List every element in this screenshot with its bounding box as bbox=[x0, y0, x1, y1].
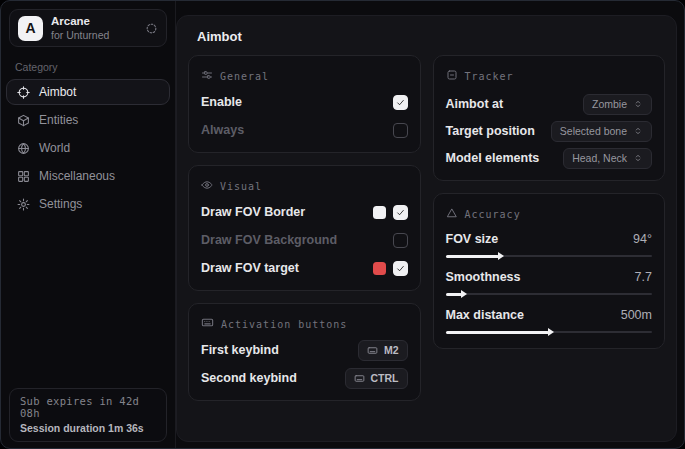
visual-card: Visual Draw FOV Border Draw FOV Backgrou… bbox=[188, 165, 421, 291]
slider-track bbox=[446, 293, 653, 295]
category-label: Category bbox=[15, 61, 161, 73]
slider-thumb[interactable] bbox=[461, 290, 467, 298]
square-minus-icon bbox=[446, 67, 458, 85]
row-controls bbox=[373, 205, 408, 220]
color-swatch[interactable] bbox=[373, 262, 386, 275]
gear-icon bbox=[17, 198, 30, 211]
general-card-header: General bbox=[201, 67, 408, 85]
second-keybind-button[interactable]: CTRL bbox=[345, 368, 408, 389]
accuracy-card: Accuracy FOV size 94° bbox=[433, 193, 666, 349]
session-duration-text: Session duration 1m 36s bbox=[20, 422, 156, 434]
keybind-row-second: Second keybind CTRL bbox=[201, 367, 408, 389]
slider-fill bbox=[446, 331, 549, 334]
tracker-card-header: Tracker bbox=[446, 67, 653, 85]
sub-expiry-text: Sub expires in 42d 08h bbox=[20, 395, 156, 419]
fov-background-checkbox[interactable] bbox=[393, 233, 408, 248]
select-label: Target position bbox=[446, 124, 535, 138]
toggle-row-fov-border: Draw FOV Border bbox=[201, 201, 408, 223]
sidebar-item-settings[interactable]: Settings bbox=[6, 191, 170, 217]
fov-border-checkbox[interactable] bbox=[393, 205, 408, 220]
sidebar-item-miscellaneous[interactable]: Miscellaneous bbox=[6, 163, 170, 189]
activation-card: Activation buttons First keybind M2 Seco… bbox=[188, 303, 421, 401]
sidebar-item-label: Settings bbox=[39, 197, 82, 211]
toggle-row-fov-target: Draw FOV target bbox=[201, 257, 408, 279]
toggle-label: Always bbox=[201, 123, 244, 137]
always-checkbox[interactable] bbox=[393, 123, 408, 138]
fov-target-checkbox[interactable] bbox=[393, 261, 408, 276]
triangle-icon bbox=[446, 205, 458, 223]
activation-card-header: Activation buttons bbox=[201, 315, 408, 333]
slider-fill bbox=[446, 293, 463, 296]
panel-title: General bbox=[220, 71, 269, 82]
slider-header: Max distance 500m bbox=[446, 308, 653, 322]
sidebar-nav: Aimbot Entities World Miscellaneous bbox=[1, 79, 175, 217]
panel-title: Accuracy bbox=[465, 209, 521, 220]
globe-icon bbox=[17, 142, 30, 155]
app-title: Arcane bbox=[51, 15, 137, 28]
slider-header: FOV size 94° bbox=[446, 232, 653, 246]
app-identity: Arcane for Unturned bbox=[51, 15, 137, 40]
toggle-row-fov-background: Draw FOV Background bbox=[201, 229, 408, 251]
max-distance-slider[interactable] bbox=[446, 327, 653, 337]
visual-card-header: Visual bbox=[201, 177, 408, 195]
enable-checkbox[interactable] bbox=[393, 95, 408, 110]
toggle-row-always: Always bbox=[201, 119, 408, 141]
slider-fill bbox=[446, 255, 500, 258]
toggle-label: Draw FOV target bbox=[201, 261, 299, 275]
sidebar-item-world[interactable]: World bbox=[6, 135, 170, 161]
key-label: M2 bbox=[384, 344, 399, 356]
sidebar-item-label: Aimbot bbox=[39, 85, 76, 99]
main-panel: Aimbot General Enable bbox=[176, 15, 677, 442]
subscription-card: Sub expires in 42d 08h Session duration … bbox=[9, 388, 167, 442]
slider-value: 7.7 bbox=[635, 270, 652, 284]
sidebar-item-label: Miscellaneous bbox=[39, 169, 115, 183]
toggle-label: Draw FOV Border bbox=[201, 205, 305, 219]
slider-row-fov-size: FOV size 94° bbox=[446, 232, 653, 261]
sidebar: A Arcane for Unturned Category Aimbot bbox=[1, 1, 176, 448]
keybind-label: First keybind bbox=[201, 343, 279, 357]
page-title: Aimbot bbox=[177, 16, 676, 55]
logo-card: A Arcane for Unturned bbox=[9, 9, 167, 47]
model-elements-select[interactable]: Head, Neck bbox=[563, 148, 652, 169]
slider-thumb[interactable] bbox=[548, 328, 554, 336]
fov-size-slider[interactable] bbox=[446, 251, 653, 261]
smoothness-slider[interactable] bbox=[446, 289, 653, 299]
chevrons-up-down-icon bbox=[633, 99, 643, 109]
aimbot-at-select[interactable]: Zombie bbox=[583, 94, 652, 115]
slider-row-smoothness: Smoothness 7.7 bbox=[446, 270, 653, 299]
general-card: General Enable Always bbox=[188, 55, 421, 153]
slider-thumb[interactable] bbox=[498, 252, 504, 260]
slider-value: 94° bbox=[633, 232, 652, 246]
key-label: CTRL bbox=[371, 372, 399, 384]
row-controls bbox=[373, 261, 408, 276]
slider-header: Smoothness 7.7 bbox=[446, 270, 653, 284]
sidebar-item-entities[interactable]: Entities bbox=[6, 107, 170, 133]
keyboard-icon bbox=[367, 345, 378, 356]
cube-icon bbox=[17, 114, 30, 127]
slider-label: FOV size bbox=[446, 232, 499, 246]
keyboard-icon bbox=[201, 315, 214, 333]
keyboard-icon bbox=[354, 373, 365, 384]
sidebar-item-aimbot[interactable]: Aimbot bbox=[6, 79, 170, 105]
right-column: Tracker Aimbot at Zombie Target position bbox=[433, 55, 666, 401]
tracker-card: Tracker Aimbot at Zombie Target position bbox=[433, 55, 666, 181]
select-label: Aimbot at bbox=[446, 97, 504, 111]
accuracy-card-header: Accuracy bbox=[446, 205, 653, 223]
select-label: Model elements bbox=[446, 151, 540, 165]
content-columns: General Enable Always bbox=[177, 55, 676, 401]
crosshair-icon bbox=[17, 86, 30, 99]
select-row-target-position: Target position Selected bone bbox=[446, 120, 653, 142]
first-keybind-button[interactable]: M2 bbox=[358, 340, 408, 361]
color-swatch[interactable] bbox=[373, 206, 386, 219]
target-position-select[interactable]: Selected bone bbox=[551, 121, 652, 142]
refresh-icon[interactable] bbox=[145, 22, 158, 35]
panel-title: Visual bbox=[220, 181, 262, 192]
sliders-icon bbox=[201, 67, 213, 85]
keybind-label: Second keybind bbox=[201, 371, 297, 385]
chevrons-up-down-icon bbox=[633, 126, 643, 136]
sidebar-item-label: Entities bbox=[39, 113, 78, 127]
toggle-label: Enable bbox=[201, 95, 242, 109]
sidebar-item-label: World bbox=[39, 141, 70, 155]
slider-label: Max distance bbox=[446, 308, 525, 322]
select-value: Zombie bbox=[592, 98, 627, 110]
